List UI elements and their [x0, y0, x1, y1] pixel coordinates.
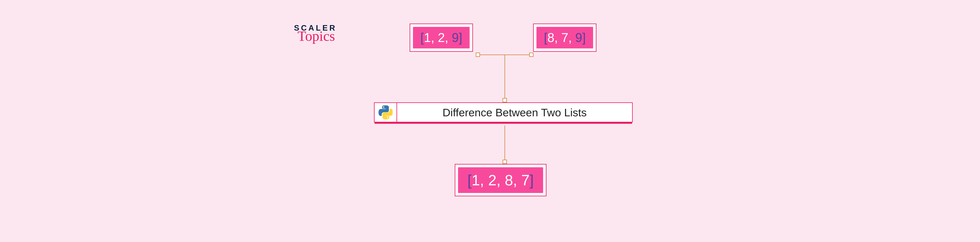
input-list-a-content: [1, 2, 9]: [413, 27, 469, 48]
diagram-canvas: SCALER Topics [1, 2, 9] [8, 7, 9]: [0, 0, 980, 242]
logo-text-topics: Topics: [298, 28, 335, 44]
input-list-b-content: [8, 7, 9]: [536, 27, 593, 48]
input-list-b-box: [8, 7, 9]: [533, 24, 597, 52]
operation-label: Difference Between Two Lists: [397, 103, 632, 122]
connector-node: [529, 53, 533, 57]
brand-logo: SCALER Topics: [294, 24, 337, 44]
connector-node: [503, 160, 507, 164]
input-list-a-box: [1, 2, 9]: [410, 24, 473, 52]
python-icon: [375, 103, 397, 122]
output-list-content: [1, 2, 8, 7]: [458, 167, 543, 193]
output-list-box: [1, 2, 8, 7]: [455, 164, 546, 196]
operation-underline: [375, 122, 632, 124]
connector-node: [503, 98, 507, 102]
connector-line: [504, 126, 505, 161]
connector-line: [504, 55, 505, 99]
operation-box: Difference Between Two Lists: [374, 102, 633, 123]
connector-node: [476, 53, 480, 57]
